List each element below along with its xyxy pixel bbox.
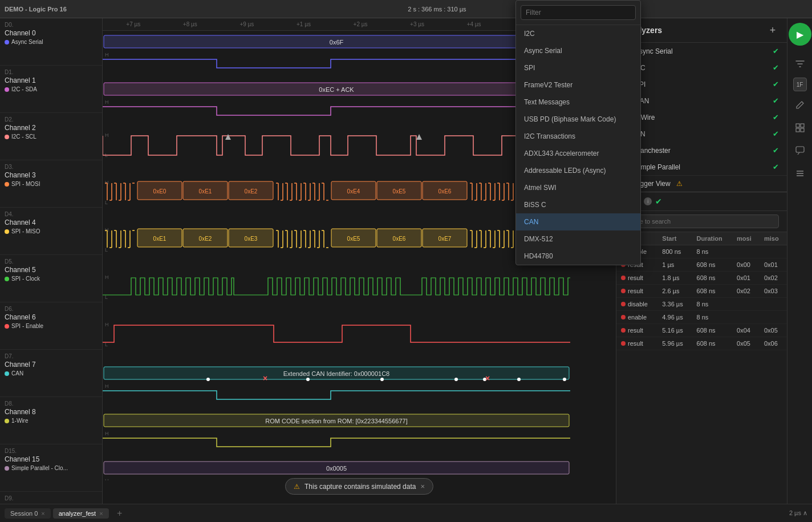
play-button[interactable]: ▶ bbox=[789, 23, 811, 46]
channel-id: D0. bbox=[5, 22, 98, 28]
channel-item[interactable]: D4. Channel 4 SPI - MISO bbox=[0, 208, 102, 255]
dropdown-item[interactable]: Atmel SWI bbox=[516, 179, 640, 196]
top-bar: DEMO - Logic Pro 16 2 s : 366 ms : 310 µ… bbox=[0, 0, 812, 18]
table-row[interactable]: result 2.6 µs 608 ns 0x02 0x03 bbox=[616, 285, 787, 298]
channel-item[interactable]: D15. Channel 15 Simple Parallel - Clo... bbox=[0, 444, 102, 492]
table-row[interactable]: enable 800 ns 8 ns bbox=[616, 245, 787, 258]
table-row[interactable]: disable 3.36 µs 8 ns bbox=[616, 298, 787, 311]
channel-sub-label: SPI - Clock bbox=[11, 276, 40, 282]
analyzer-item[interactable]: Manchester ✔ bbox=[616, 142, 787, 159]
time-display: 2 s : 366 ms : 310 µs bbox=[67, 6, 807, 13]
svg-text:0xE1: 0xE1 bbox=[199, 188, 212, 195]
channel-item[interactable]: D1. Channel 1 I2C - SDA bbox=[0, 66, 102, 113]
table-cell-duration: 608 ns bbox=[692, 258, 732, 272]
dropdown-item[interactable]: Text Messages bbox=[516, 94, 640, 111]
analyzer-item[interactable]: CAN ✔ bbox=[616, 92, 787, 109]
table-row[interactable]: result 5.96 µs 608 ns 0x05 0x06 bbox=[616, 337, 787, 350]
channel-item[interactable]: D3. Channel 3 SPI - MOSI bbox=[0, 160, 102, 208]
trigger-view-row[interactable]: ▶ Trigger View ⚠ bbox=[616, 175, 787, 192]
dropdown-item[interactable]: ADXL343 Accelerometer bbox=[516, 145, 640, 162]
menu-button[interactable] bbox=[791, 164, 809, 183]
menu-icon bbox=[795, 169, 805, 178]
channel-sub: Async Serial bbox=[5, 39, 98, 45]
channel-item[interactable]: D0. Channel 0 Async Serial bbox=[0, 18, 102, 66]
data-header: Data i ✔ bbox=[616, 192, 787, 211]
add-analyzer-button[interactable]: + bbox=[766, 24, 779, 37]
add-tab-button[interactable]: + bbox=[113, 507, 126, 520]
dropdown-item[interactable]: DMX-512 bbox=[516, 230, 640, 248]
dropdown-item[interactable]: I2C Transactions bbox=[516, 128, 640, 145]
svg-text:0xE0: 0xE0 bbox=[153, 188, 167, 195]
channel-list: D0. Channel 0 Async Serial D1. Channel 1… bbox=[0, 18, 103, 504]
table-cell-mosi bbox=[732, 245, 760, 258]
channel-item[interactable]: D7. Channel 7 CAN bbox=[0, 350, 102, 397]
analyzer-item[interactable]: SPI ✔ bbox=[616, 76, 787, 92]
svg-text:H: H bbox=[105, 274, 109, 280]
svg-text:0xE5: 0xE5 bbox=[393, 188, 406, 195]
data-check-icon: ✔ bbox=[655, 197, 662, 206]
channel-item[interactable]: D6. Channel 6 SPI - Enable bbox=[0, 302, 102, 350]
analyzer-item-label: Simple Parallel bbox=[635, 163, 768, 171]
channel-item[interactable]: D9. Channel 9 bbox=[0, 492, 102, 504]
svg-text:×: × bbox=[263, 374, 267, 383]
channel-color-dot bbox=[5, 324, 9, 329]
tab[interactable]: analyzer_fest × bbox=[53, 508, 109, 519]
channel-id: D7. bbox=[5, 353, 98, 359]
chat-button[interactable] bbox=[791, 141, 809, 160]
table-cell-start: 3.36 µs bbox=[657, 298, 692, 311]
row-dot bbox=[621, 289, 626, 293]
dropdown-item[interactable]: SPI bbox=[516, 59, 640, 76]
channel-color-dot bbox=[5, 419, 9, 423]
analyzer-item[interactable]: I2C ✔ bbox=[616, 59, 787, 76]
svg-text:H: H bbox=[105, 52, 109, 58]
channel-item[interactable]: D5. Channel 5 SPI - Clock bbox=[0, 255, 102, 302]
channel-item[interactable]: D2. Channel 2 I2C - SCL bbox=[0, 113, 102, 160]
channel-sub: 1-Wire bbox=[5, 418, 98, 424]
tab-close-button[interactable]: × bbox=[41, 510, 44, 517]
channel-item[interactable]: D8. Channel 8 1-Wire bbox=[0, 397, 102, 444]
table-cell-start: 4.96 µs bbox=[657, 311, 692, 324]
svg-text:0xE3: 0xE3 bbox=[245, 236, 258, 242]
tab[interactable]: Session 0 × bbox=[5, 508, 51, 519]
table-cell-mosi bbox=[732, 298, 760, 311]
filter-button[interactable] bbox=[791, 55, 809, 73]
channel-name: Channel 8 bbox=[5, 408, 98, 416]
dropdown-item[interactable]: BiSS C bbox=[516, 196, 640, 213]
channel-color-dot bbox=[5, 466, 9, 471]
analyzer-item[interactable]: Simple Parallel ✔ bbox=[616, 159, 787, 175]
table-column-header: Duration bbox=[692, 232, 732, 245]
analyzer-item-label: CAN bbox=[635, 97, 768, 105]
analyzer-item[interactable]: 1-Wire ✔ bbox=[616, 109, 787, 126]
table-column-header: miso bbox=[760, 232, 787, 245]
dropdown-item[interactable]: Addressable LEDs (Async) bbox=[516, 162, 640, 179]
pencil-button[interactable] bbox=[791, 96, 809, 114]
table-row[interactable]: result 1.8 µs 608 ns 0x01 0x02 bbox=[616, 272, 787, 285]
notification-close[interactable]: × bbox=[420, 482, 425, 491]
dropdown-filter-input[interactable] bbox=[521, 18, 636, 20]
row-dot bbox=[621, 328, 626, 333]
info-icon[interactable]: i bbox=[644, 197, 652, 205]
svg-point-214 bbox=[454, 378, 458, 381]
analyzer-item[interactable]: Async Serial ✔ bbox=[616, 43, 787, 59]
analyzer-item[interactable]: LIN ✔ bbox=[616, 126, 787, 142]
warning-trigger-icon: ⚠ bbox=[676, 180, 683, 188]
dropdown-item[interactable]: Async Serial bbox=[516, 42, 640, 59]
table-row[interactable]: enable 4.96 µs 8 ns bbox=[616, 311, 787, 324]
table-cell-type: result bbox=[616, 285, 657, 298]
tab-close-button[interactable]: × bbox=[99, 510, 103, 517]
dropdown-item[interactable]: HD44780 bbox=[516, 248, 640, 265]
table-row[interactable]: result 1 µs 608 ns 0x00 0x01 bbox=[616, 258, 787, 272]
channel-name: Channel 15 bbox=[5, 455, 98, 463]
table-cell-mosi: 0x02 bbox=[732, 285, 760, 298]
dropdown-item[interactable]: CAN bbox=[516, 213, 640, 230]
dropdown-item[interactable]: FrameV2 Tester bbox=[516, 76, 640, 94]
dropdown-item[interactable]: USB PD (Biphase Mark Code) bbox=[516, 111, 640, 128]
table-row[interactable]: result 5.16 µs 608 ns 0x04 0x05 bbox=[616, 324, 787, 337]
search-input[interactable] bbox=[624, 215, 779, 228]
badge-1f[interactable]: 1F bbox=[793, 78, 807, 91]
app-title: DEMO - Logic Pro 16 bbox=[5, 6, 67, 13]
grid-button[interactable] bbox=[791, 119, 809, 137]
table-cell-miso: 0x05 bbox=[760, 324, 787, 337]
dropdown-item[interactable]: I2C bbox=[516, 25, 640, 42]
svg-text:ROM CODE section from ROM: [0x: ROM CODE section from ROM: [0x2233445566… bbox=[265, 418, 407, 424]
